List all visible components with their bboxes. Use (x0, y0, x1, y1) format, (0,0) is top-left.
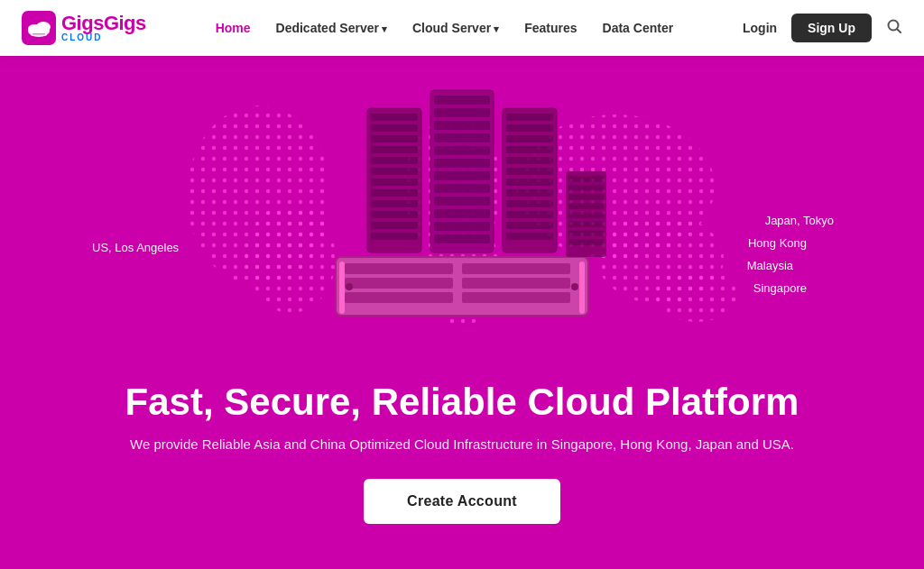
svg-rect-50 (506, 189, 553, 197)
nav-home[interactable]: Home (216, 20, 251, 36)
datacenter-link[interactable]: Data Center (603, 21, 674, 35)
svg-rect-28 (371, 233, 418, 240)
location-label-malaysia: Malaysia (747, 259, 793, 272)
svg-rect-19 (371, 135, 418, 142)
create-account-button[interactable]: Create Account (364, 479, 560, 524)
svg-rect-38 (434, 197, 490, 206)
nav-datacenter[interactable]: Data Center (603, 20, 674, 36)
navbar: GigsGigs cloud Home Dedicated Server Clo… (0, 0, 924, 56)
svg-rect-70 (568, 203, 604, 209)
svg-rect-46 (506, 146, 553, 153)
svg-rect-72 (568, 221, 604, 227)
home-link[interactable]: Home (216, 21, 251, 35)
svg-rect-56 (345, 263, 453, 274)
svg-rect-47 (506, 157, 553, 164)
logo-text: GigsGigs (61, 14, 146, 33)
dedicated-server-link[interactable]: Dedicated Server (276, 21, 387, 35)
svg-rect-20 (371, 146, 418, 153)
location-label-hk: Hong Kong (748, 236, 807, 250)
search-icon (886, 18, 902, 34)
nav-cloud[interactable]: Cloud Server (412, 20, 499, 36)
hero-content: Fast, Secure, Reliable Cloud Platform We… (0, 381, 924, 524)
svg-rect-33 (434, 133, 490, 142)
svg-rect-63 (579, 262, 585, 314)
cloud-server-link[interactable]: Cloud Server (412, 21, 499, 35)
location-label-singapore: Singapore (753, 281, 807, 295)
nav-right-actions: Login Sign Up (743, 14, 902, 42)
svg-rect-60 (345, 292, 453, 303)
svg-rect-44 (506, 124, 553, 132)
svg-rect-32 (434, 121, 490, 130)
logo-subtext: cloud (61, 33, 146, 42)
nav-menu: Home Dedicated Server Cloud Server Featu… (216, 20, 674, 36)
svg-point-64 (346, 283, 353, 290)
svg-rect-54 (506, 233, 553, 240)
hero-title: Fast, Secure, Reliable Cloud Platform (0, 381, 924, 424)
svg-rect-24 (371, 189, 418, 197)
svg-rect-40 (434, 222, 490, 231)
login-link[interactable]: Login (743, 21, 777, 35)
svg-rect-43 (506, 114, 553, 121)
svg-rect-5 (32, 33, 45, 35)
logo[interactable]: GigsGigs cloud (22, 11, 146, 45)
svg-rect-37 (434, 184, 490, 193)
svg-rect-22 (371, 168, 418, 175)
svg-rect-34 (434, 146, 490, 155)
logo-cloud-icon (22, 11, 56, 45)
svg-rect-68 (568, 185, 604, 191)
svg-rect-62 (339, 262, 345, 314)
svg-rect-41 (434, 234, 490, 243)
svg-rect-58 (345, 278, 453, 289)
svg-rect-36 (434, 171, 490, 180)
svg-point-65 (571, 283, 578, 290)
svg-rect-23 (371, 179, 418, 186)
svg-rect-57 (462, 263, 570, 274)
nav-features[interactable]: Features (524, 20, 577, 36)
svg-line-7 (897, 30, 901, 33)
svg-rect-21 (371, 157, 418, 164)
svg-rect-73 (568, 230, 604, 236)
svg-rect-61 (462, 292, 570, 303)
svg-rect-53 (506, 222, 553, 229)
svg-rect-26 (371, 211, 418, 218)
svg-rect-35 (434, 159, 490, 168)
features-link[interactable]: Features (524, 21, 577, 35)
svg-rect-45 (506, 135, 553, 142)
svg-rect-74 (568, 239, 604, 245)
svg-rect-49 (506, 179, 553, 186)
location-label-la: US, Los Angeles (92, 241, 179, 254)
svg-rect-39 (434, 209, 490, 218)
search-button[interactable] (886, 18, 902, 38)
svg-rect-25 (371, 200, 418, 207)
svg-rect-67 (568, 176, 604, 182)
svg-rect-18 (371, 124, 418, 132)
hero-subtitle: We provide Reliable Asia and China Optim… (0, 436, 924, 452)
svg-rect-59 (462, 278, 570, 289)
svg-rect-27 (371, 222, 418, 229)
hero-section: US, Los Angeles Japan, Tokyo Hong Kong M… (0, 56, 924, 569)
svg-rect-52 (506, 211, 553, 218)
svg-rect-48 (506, 168, 553, 175)
nav-dedicated[interactable]: Dedicated Server (276, 20, 387, 36)
signup-button[interactable]: Sign Up (791, 14, 872, 42)
servers-svg (263, 81, 661, 325)
svg-rect-51 (506, 200, 553, 207)
svg-rect-69 (568, 194, 604, 200)
svg-rect-31 (434, 108, 490, 117)
location-label-japan: Japan, Tokyo (765, 214, 834, 227)
svg-point-3 (36, 22, 51, 32)
svg-rect-17 (371, 114, 418, 121)
svg-rect-71 (568, 212, 604, 218)
svg-rect-30 (434, 96, 490, 105)
